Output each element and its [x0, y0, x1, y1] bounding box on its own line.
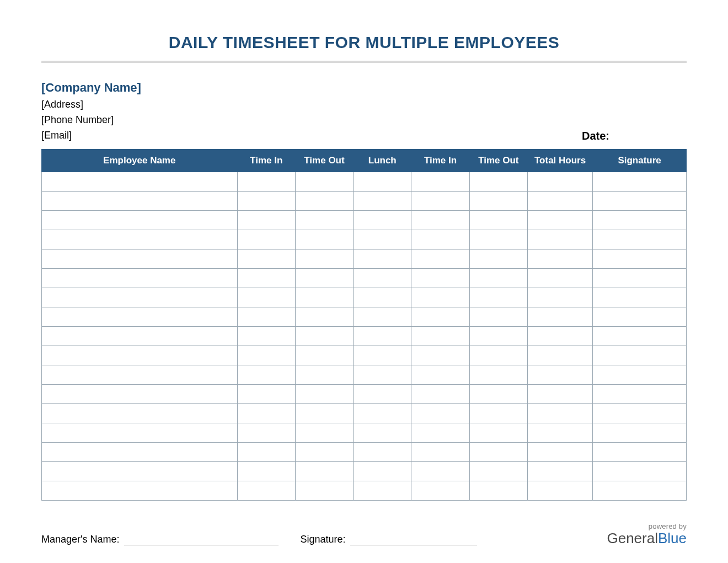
table-cell: [411, 307, 469, 326]
company-name: [Company Name]: [41, 78, 141, 97]
footer: Manager's Name: Signature: powered by Ge…: [41, 523, 687, 545]
table-cell: [42, 384, 238, 403]
table-cell: [42, 307, 238, 326]
table-row: [42, 442, 687, 461]
table-cell: [354, 230, 411, 249]
table-cell: [593, 288, 687, 307]
table-cell: [42, 191, 238, 210]
divider: [41, 61, 687, 63]
table-cell: [354, 346, 411, 365]
table-row: [42, 288, 687, 307]
table-cell: [593, 210, 687, 230]
table-cell: [469, 268, 527, 288]
table-cell: [527, 268, 592, 288]
table-cell: [354, 442, 411, 461]
table-cell: [354, 403, 411, 423]
col-lunch: Lunch: [354, 149, 411, 172]
table-cell: [469, 307, 527, 326]
table-cell: [469, 191, 527, 210]
table-cell: [42, 268, 238, 288]
header-info: [Company Name] [Address] [Phone Number] …: [41, 78, 687, 144]
col-total-hours: Total Hours: [527, 149, 592, 172]
table-cell: [593, 403, 687, 423]
table-cell: [411, 346, 469, 365]
brand-logo: GeneralBlue: [607, 531, 687, 545]
table-cell: [469, 230, 527, 249]
table-cell: [411, 191, 469, 210]
table-cell: [295, 249, 353, 268]
branding: powered by GeneralBlue: [607, 523, 687, 545]
signature-label: Signature:: [301, 534, 346, 545]
table-cell: [411, 481, 469, 500]
table-cell: [354, 481, 411, 500]
table-cell: [593, 191, 687, 210]
table-cell: [237, 191, 295, 210]
timesheet-table: Employee Name Time In Time Out Lunch Tim…: [41, 149, 687, 501]
table-row: [42, 191, 687, 210]
manager-field: Manager's Name:: [41, 534, 279, 545]
table-row: [42, 346, 687, 365]
table-cell: [295, 307, 353, 326]
table-row: [42, 481, 687, 500]
table-cell: [237, 423, 295, 442]
table-row: [42, 326, 687, 346]
table-cell: [527, 230, 592, 249]
table-cell: [593, 249, 687, 268]
date-label: Date:: [582, 130, 687, 144]
table-cell: [237, 230, 295, 249]
table-row: [42, 230, 687, 249]
table-cell: [295, 481, 353, 500]
table-cell: [295, 230, 353, 249]
table-cell: [527, 461, 592, 481]
table-cell: [237, 346, 295, 365]
table-cell: [237, 307, 295, 326]
table-cell: [42, 210, 238, 230]
table-cell: [527, 365, 592, 384]
table-cell: [237, 365, 295, 384]
col-time-out-2: Time Out: [469, 149, 527, 172]
table-cell: [411, 423, 469, 442]
table-cell: [469, 442, 527, 461]
table-cell: [411, 365, 469, 384]
table-cell: [354, 288, 411, 307]
table-row: [42, 210, 687, 230]
table-cell: [469, 461, 527, 481]
table-cell: [527, 210, 592, 230]
table-cell: [295, 461, 353, 481]
table-cell: [593, 442, 687, 461]
company-email: [Email]: [41, 128, 141, 144]
table-cell: [411, 230, 469, 249]
table-row: [42, 268, 687, 288]
signature-field: Signature:: [301, 534, 477, 545]
table-cell: [354, 268, 411, 288]
table-cell: [469, 365, 527, 384]
table-row: [42, 249, 687, 268]
table-cell: [295, 268, 353, 288]
table-cell: [42, 172, 238, 191]
table-cell: [593, 346, 687, 365]
table-cell: [295, 403, 353, 423]
table-cell: [237, 288, 295, 307]
table-cell: [354, 423, 411, 442]
table-cell: [237, 172, 295, 191]
table-cell: [354, 365, 411, 384]
table-cell: [354, 461, 411, 481]
table-cell: [469, 172, 527, 191]
col-signature: Signature: [593, 149, 687, 172]
table-cell: [527, 384, 592, 403]
table-cell: [593, 326, 687, 346]
table-cell: [527, 249, 592, 268]
table-cell: [527, 307, 592, 326]
table-cell: [42, 481, 238, 500]
table-cell: [42, 249, 238, 268]
table-cell: [469, 210, 527, 230]
powered-by-text: powered by: [607, 523, 687, 530]
table-cell: [469, 249, 527, 268]
table-cell: [237, 268, 295, 288]
table-cell: [469, 384, 527, 403]
table-cell: [593, 268, 687, 288]
table-cell: [295, 326, 353, 346]
table-header-row: Employee Name Time In Time Out Lunch Tim…: [42, 149, 687, 172]
table-cell: [469, 423, 527, 442]
table-cell: [411, 384, 469, 403]
